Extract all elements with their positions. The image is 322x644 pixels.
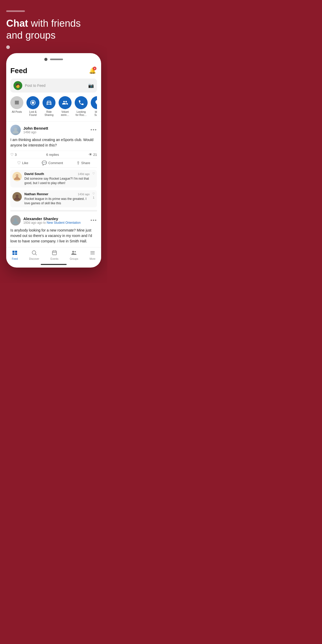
views-count: 21 xyxy=(93,153,97,157)
post-text-1: I am thinking about creating an eSports … xyxy=(10,137,97,148)
replies-count: 6 replies xyxy=(46,153,59,157)
likes-stat: ♡ 3 xyxy=(10,152,17,157)
svg-point-8 xyxy=(16,175,17,176)
ride-sharing-label: RideSharing xyxy=(45,110,53,117)
post-user-avatar-1 xyxy=(10,125,21,135)
feed-nav-label: Feed xyxy=(12,257,18,260)
nav-events[interactable]: Events xyxy=(51,250,59,260)
category-all-posts[interactable]: All Posts xyxy=(10,96,23,117)
app-content: Feed 🔔 4 🧑 Post to Feed 📷 xyxy=(6,64,101,244)
post-user-avatar-2 xyxy=(10,215,21,226)
svg-rect-12 xyxy=(12,251,15,253)
ideas-label: Id…Su… xyxy=(94,110,97,117)
share-label: Share xyxy=(81,161,90,165)
comment-button[interactable]: 💬 Comment xyxy=(42,160,63,165)
comment-text-2: Rocket league in its prime was the great… xyxy=(24,197,90,206)
post-card-1: John Bennett 149d ago ••• I am thinking … xyxy=(10,125,97,207)
comment-item-1: David South 149d ago Did someone say Roc… xyxy=(10,170,97,187)
post-stats-1: ♡ 3 6 replies 👁 21 xyxy=(10,151,97,158)
slide-indicator xyxy=(6,10,25,12)
lost-found-icon xyxy=(26,96,39,109)
eye-icon: 👁 xyxy=(89,152,92,157)
heart-icon: ♡ xyxy=(10,152,14,157)
volunteering-label: Volunteerin… xyxy=(61,110,69,117)
post-user-2: Alexander Shanley 160d ago ago to New St… xyxy=(10,215,81,226)
nav-groups[interactable]: Groups xyxy=(70,250,78,260)
hero-heading: Chat with friendsand groups xyxy=(6,18,101,41)
svg-point-6 xyxy=(14,128,17,131)
comment-header-2: Nathan Renner 143d ago xyxy=(24,192,90,196)
comment-like-1[interactable]: ♡ xyxy=(92,172,95,175)
post-user-name-1: John Bennett xyxy=(23,126,48,130)
share-button[interactable]: ⇧ Share xyxy=(76,160,90,165)
comment-label: Comment xyxy=(48,161,63,165)
comment-name-2: Nathan Renner xyxy=(24,192,48,196)
like-label: Like xyxy=(22,161,28,165)
comment-avatar-1 xyxy=(12,172,22,181)
post-more-button-2[interactable]: ••• xyxy=(90,218,97,223)
post-time-2: 160d ago ago to New Student Orientation xyxy=(23,221,81,225)
more-nav-label: More xyxy=(89,257,95,260)
post-group-link[interactable]: New Student Orientation xyxy=(47,221,81,225)
comment-icon: 💬 xyxy=(42,160,47,165)
comment-text-1: Did someone say Rocket League?! I'm not … xyxy=(24,177,90,185)
notification-button[interactable]: 🔔 4 xyxy=(88,66,97,75)
post-card-2: Alexander Shanley 160d ago ago to New St… xyxy=(10,210,97,244)
bottom-nav: Feed Discover xyxy=(6,247,101,262)
nav-feed[interactable]: Feed xyxy=(12,250,18,260)
phone-mockup: Feed 🔔 4 🧑 Post to Feed 📷 xyxy=(6,53,101,268)
post-header-1: John Bennett 149d ago ••• xyxy=(10,125,97,135)
groups-nav-icon xyxy=(71,250,77,257)
category-lost-found[interactable]: Lost &Found xyxy=(26,96,39,117)
section-divider xyxy=(6,121,101,122)
phone-camera xyxy=(44,58,47,61)
post-time-1: 149d ago xyxy=(23,130,48,134)
views-stat: 👁 21 xyxy=(89,152,97,157)
like-icon: ♡ xyxy=(17,160,21,165)
share-icon: ⇧ xyxy=(76,160,80,165)
category-volunteering[interactable]: Volunteerin… xyxy=(59,96,72,117)
svg-line-17 xyxy=(35,254,37,255)
like-button[interactable]: ♡ Like xyxy=(17,160,28,165)
phone-speaker xyxy=(50,59,63,60)
post-to-feed-bar[interactable]: 🧑 Post to Feed 📷 xyxy=(10,79,97,93)
svg-rect-1 xyxy=(15,102,19,103)
comment-name-1: David South xyxy=(24,172,44,176)
all-posts-icon xyxy=(10,96,23,109)
svg-point-5 xyxy=(50,103,51,104)
svg-point-10 xyxy=(16,194,19,197)
comment-body-2: Nathan Renner 143d ago Rocket league in … xyxy=(24,192,90,206)
category-ride-sharing[interactable]: RideSharing xyxy=(43,96,55,117)
discover-nav-label: Discover xyxy=(29,257,39,260)
svg-rect-15 xyxy=(15,253,17,255)
post-text-2: Is anybody looking for a new roommate? M… xyxy=(10,228,97,244)
post-actions-1: ♡ Like 💬 Comment ⇧ Share xyxy=(10,158,97,168)
hero-bold: Chat xyxy=(6,18,28,29)
categories-row: All Posts Lost &Found xyxy=(10,96,97,120)
comment-header-1: David South 149d ago xyxy=(24,172,90,176)
svg-point-23 xyxy=(75,251,76,253)
post-user-info-1: John Bennett 149d ago xyxy=(23,126,48,134)
phone-home-bar xyxy=(41,264,67,265)
nav-discover[interactable]: Discover xyxy=(29,250,39,260)
replies-stat: 6 replies xyxy=(46,153,59,157)
feed-header: Feed 🔔 4 xyxy=(10,64,97,79)
slide-dot xyxy=(6,45,10,49)
comments-section: David South 149d ago Did someone say Roc… xyxy=(10,170,97,207)
lost-found-label: Lost &Found xyxy=(29,110,37,117)
post-user-1: John Bennett 149d ago xyxy=(10,125,48,135)
category-roommate[interactable]: Lookingfor Roo… xyxy=(75,96,88,117)
feed-title: Feed xyxy=(10,67,27,75)
likes-count: 3 xyxy=(15,153,17,157)
all-posts-label: All Posts xyxy=(12,110,22,114)
category-ideas[interactable]: Id…Su… xyxy=(91,96,97,117)
nav-more[interactable]: More xyxy=(89,250,95,260)
svg-rect-18 xyxy=(52,251,57,255)
camera-icon[interactable]: 📷 xyxy=(88,83,94,88)
comment-like-2[interactable]: ♡ 1 xyxy=(92,192,95,199)
svg-point-9 xyxy=(17,175,18,176)
roommate-icon xyxy=(75,96,88,109)
post-more-button-1[interactable]: ••• xyxy=(90,127,97,133)
svg-point-16 xyxy=(32,251,36,254)
volunteering-icon xyxy=(59,96,72,109)
